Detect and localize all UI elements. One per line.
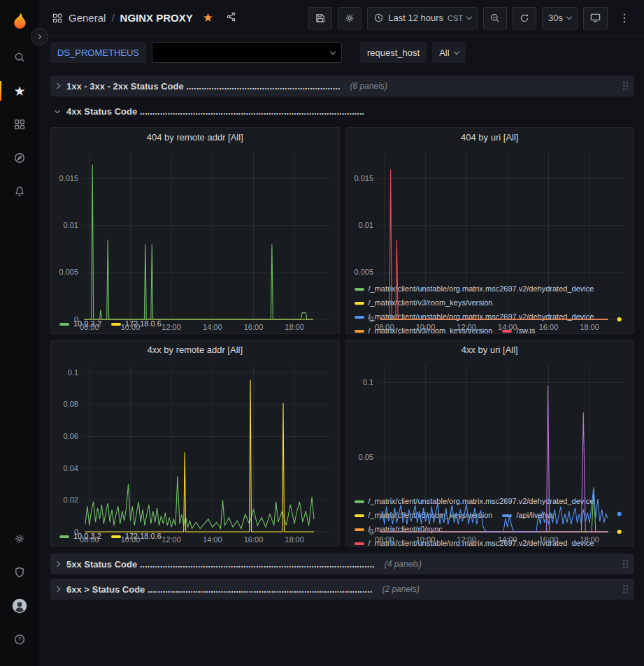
chevron-right-icon (55, 586, 60, 592)
svg-text:12:00: 12:00 (162, 323, 181, 331)
zoom-out-icon (489, 13, 501, 24)
svg-text:14:00: 14:00 (203, 323, 222, 331)
row-title: 5xx Status Code ........................… (66, 559, 375, 570)
dashboards-grid-icon (13, 118, 26, 131)
breadcrumb-section[interactable]: General (69, 12, 106, 24)
avatar (11, 598, 28, 614)
refresh-interval-picker[interactable]: 30s (542, 7, 578, 29)
svg-text:0: 0 (74, 315, 78, 324)
refresh-button[interactable] (513, 7, 536, 29)
sidebar-item-starred[interactable]: ★ (0, 74, 39, 108)
svg-text:10:00: 10:00 (121, 323, 141, 331)
sidebar-item-server-admin[interactable] (0, 556, 39, 589)
drag-handle-icon[interactable] (622, 81, 629, 91)
chevron-down-icon (466, 14, 472, 20)
svg-text:0.06: 0.06 (64, 432, 78, 440)
svg-text:?: ? (17, 636, 21, 643)
row-panel-count: (4 panels) (385, 559, 422, 569)
drag-handle-icon[interactable] (622, 559, 629, 569)
shield-icon (13, 566, 26, 579)
row-panel-count: (2 panels) (382, 584, 419, 594)
row-5xx-status-code[interactable]: 5xx Status Code ........................… (50, 553, 634, 574)
panel-title[interactable]: 404 by uri [All] (346, 128, 634, 147)
svg-text:18:00: 18:00 (580, 535, 599, 544)
chevron-right-icon (36, 34, 41, 39)
chart-canvas: 00.020.040.060.080.108:0010:0012:0014:00… (51, 359, 339, 544)
panel-title[interactable]: 404 by remote addr [All] (51, 128, 339, 147)
share-icon (226, 11, 237, 22)
svg-text:0.1: 0.1 (362, 378, 373, 386)
sidebar-expand-button[interactable] (31, 28, 48, 45)
dashboard-canvas: 1xx - 3xx - 2xx Status Code ............… (39, 68, 644, 666)
dashboard-toolbar: Last 12 hours CST 30s (308, 7, 636, 29)
svg-text:0.04: 0.04 (64, 464, 78, 472)
save-dashboard-button[interactable] (308, 7, 332, 29)
svg-text:18:00: 18:00 (285, 323, 304, 331)
datasource-variable-label[interactable]: DS_PROMETHEUS (50, 42, 146, 63)
chart-canvas: 00.050.108:0010:0012:0014:0016:0018:00 (346, 359, 634, 544)
svg-text:18:00: 18:00 (285, 535, 304, 544)
svg-text:0.015: 0.015 (59, 174, 78, 182)
time-series-chart[interactable]: 00.020.040.060.080.108:0010:0012:0014:00… (51, 359, 339, 529)
save-icon (315, 13, 326, 24)
share-button[interactable] (226, 11, 237, 25)
sidebar-item-profile[interactable] (0, 589, 39, 623)
row-4xx-status-code[interactable]: 4xx Status Code ........................… (50, 101, 634, 122)
dashboard-title[interactable]: NGINX PROXY (120, 12, 193, 24)
panel-4xx-by-remote-addr: 4xx by remote addr [All] 00.020.040.060.… (50, 340, 340, 546)
svg-text:0: 0 (368, 528, 373, 536)
bell-icon (13, 185, 26, 198)
request-host-variable-value: All (439, 48, 449, 58)
favorite-star-icon[interactable]: ★ (203, 12, 213, 24)
row-title: 4xx Status Code ........................… (66, 106, 364, 117)
more-options-button[interactable]: ⋮ (613, 7, 636, 29)
panel-grid: 404 by remote addr [All] 00.0050.010.015… (50, 127, 634, 546)
datasource-variable-select[interactable] (152, 42, 342, 63)
sidebar-item-search[interactable] (0, 41, 39, 74)
svg-text:12:00: 12:00 (457, 535, 476, 544)
svg-text:12:00: 12:00 (162, 535, 181, 544)
request-host-variable-label[interactable]: request_host (360, 42, 427, 63)
svg-text:14:00: 14:00 (498, 535, 517, 544)
svg-text:0.015: 0.015 (354, 174, 373, 182)
svg-text:0.01: 0.01 (358, 221, 373, 229)
panel-title[interactable]: 4xx by uri [All] (346, 340, 634, 359)
time-series-chart[interactable]: 00.0050.010.01508:0010:0012:0014:0016:00… (346, 147, 634, 282)
star-icon: ★ (13, 85, 25, 98)
chart-canvas: 00.0050.010.01508:0010:0012:0014:0016:00… (346, 147, 634, 332)
panel-title[interactable]: 4xx by remote addr [All] (51, 340, 339, 359)
sidebar-item-explore[interactable] (0, 141, 39, 175)
svg-text:0.005: 0.005 (59, 268, 78, 276)
row-6xx-status-code[interactable]: 6xx > Status Code ......................… (50, 579, 634, 600)
sidebar-item-dashboards[interactable] (0, 108, 39, 141)
apps-icon (52, 13, 63, 24)
row-panel-count: (6 panels) (350, 81, 387, 91)
refresh-interval-label: 30s (548, 13, 563, 23)
sidebar-item-alerting[interactable] (0, 175, 39, 208)
chevron-down-icon (453, 48, 459, 54)
breadcrumb-separator: / (111, 12, 114, 24)
row-1xx-3xx-2xx-status-code[interactable]: 1xx - 3xx - 2xx Status Code ............… (50, 75, 634, 96)
time-series-chart[interactable]: 00.0050.010.01508:0010:0012:0014:0016:00… (51, 147, 339, 317)
cycle-view-mode-button[interactable] (583, 7, 608, 29)
request-host-variable-select[interactable]: All (432, 42, 465, 63)
sidebar-item-help[interactable]: ? (0, 623, 39, 656)
dashboard-settings-button[interactable] (338, 7, 362, 29)
timezone-label: CST (448, 14, 463, 22)
panel-404-by-uri: 404 by uri [All] 00.0050.010.01508:0010:… (345, 127, 635, 334)
zoom-out-time-button[interactable] (483, 7, 507, 29)
gear-icon (344, 13, 355, 24)
time-range-picker[interactable]: Last 12 hours CST (367, 7, 478, 29)
time-range-label: Last 12 hours (388, 13, 443, 23)
svg-text:14:00: 14:00 (203, 535, 222, 544)
chevron-down-icon (330, 48, 336, 54)
time-series-chart[interactable]: 00.050.108:0010:0012:0014:0016:0018:00 (346, 359, 634, 494)
compass-icon (13, 152, 26, 164)
row-title: 1xx - 3xx - 2xx Status Code ............… (66, 81, 341, 92)
clock-icon (373, 13, 384, 23)
svg-text:0.08: 0.08 (64, 400, 78, 408)
svg-text:18:00: 18:00 (580, 323, 599, 331)
chevron-right-icon (55, 561, 60, 567)
sidebar-item-configuration[interactable] (0, 522, 39, 556)
drag-handle-icon[interactable] (622, 584, 629, 594)
